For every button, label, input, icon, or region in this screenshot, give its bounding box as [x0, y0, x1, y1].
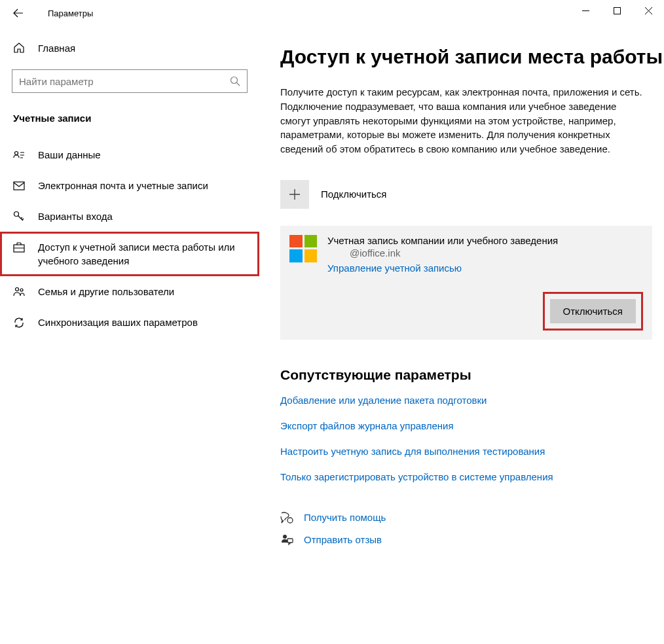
nav-label: Варианты входа [38, 209, 113, 223]
disconnect-highlight: Отключиться [543, 292, 643, 331]
key-icon [13, 211, 26, 223]
related-header: Сопутствующие параметры [280, 367, 664, 383]
connect-row[interactable]: Подключиться [280, 180, 664, 209]
nav-label: Ваши данные [38, 148, 101, 162]
page-description: Получите доступ к таким ресурсам, как эл… [280, 85, 647, 156]
nav-label: Электронная почта и учетные записи [38, 179, 208, 192]
nav-email-accounts[interactable]: Электронная почта и учетные записи [0, 170, 259, 201]
help-icon [280, 511, 295, 524]
svg-point-7 [20, 289, 23, 291]
svg-point-9 [283, 535, 287, 539]
feedback-label: Отправить отзыв [304, 534, 382, 545]
nav-work-access[interactable]: Доступ к учетной записи места работы или… [0, 232, 259, 276]
search-box[interactable] [12, 69, 248, 93]
add-button[interactable] [280, 180, 309, 209]
mail-icon [13, 180, 26, 192]
link-test-account[interactable]: Настроить учетную запись для выполнения … [280, 446, 664, 457]
link-enroll-device[interactable]: Только зарегистрировать устройство в сис… [280, 471, 664, 482]
nav-signin-options[interactable]: Варианты входа [0, 201, 259, 232]
plus-icon [289, 188, 301, 200]
account-card[interactable]: Учетная запись компании или учебного зав… [280, 226, 652, 340]
svg-rect-3 [14, 182, 24, 190]
search-input[interactable] [19, 76, 230, 87]
manage-account-link[interactable]: Управление учетной записью [327, 262, 558, 274]
nav-sync[interactable]: Синхронизация ваших параметров [0, 307, 259, 338]
maximize-icon [614, 7, 621, 14]
microsoft-logo-icon [289, 235, 317, 262]
window-controls [570, 0, 664, 21]
home-label: Главная [38, 43, 75, 54]
svg-point-6 [16, 288, 19, 291]
svg-rect-0 [614, 7, 620, 14]
person-card-icon [13, 149, 26, 161]
close-button[interactable] [633, 0, 664, 21]
nav-family[interactable]: Семья и другие пользователи [0, 276, 259, 307]
section-header: Учетные записи [0, 105, 259, 139]
nav-label: Доступ к учетной записи места работы или… [38, 240, 246, 268]
arrow-left-icon [13, 8, 24, 18]
connect-label: Подключиться [321, 188, 386, 200]
minimize-button[interactable] [570, 0, 601, 21]
close-icon [645, 7, 652, 14]
home-nav[interactable]: Главная [0, 33, 259, 63]
sync-icon [13, 317, 26, 329]
people-icon [13, 286, 26, 298]
svg-point-8 [287, 518, 293, 523]
svg-point-1 [231, 77, 238, 84]
help-label: Получить помощь [304, 512, 386, 523]
feedback-icon [280, 533, 295, 546]
get-help-link[interactable]: Получить помощь [280, 511, 664, 524]
svg-rect-10 [287, 539, 293, 543]
link-provisioning[interactable]: Добавление или удаление пакета подготовк… [280, 395, 664, 406]
back-button[interactable] [5, 0, 31, 26]
disconnect-button[interactable]: Отключиться [550, 299, 636, 323]
titlebar: Параметры [0, 0, 664, 26]
nav-label: Семья и другие пользователи [38, 285, 174, 298]
sidebar: Главная Учетные записи Ваши данные Элект… [0, 26, 259, 644]
nav-your-info[interactable]: Ваши данные [0, 139, 259, 170]
home-icon [13, 42, 26, 54]
feedback-link[interactable]: Отправить отзыв [280, 533, 664, 546]
svg-point-4 [14, 212, 19, 217]
account-email: @ioffice.ink [350, 247, 558, 259]
maximize-button[interactable] [601, 0, 633, 21]
svg-point-2 [15, 152, 18, 155]
search-icon [230, 76, 240, 86]
account-title: Учетная запись компании или учебного зав… [327, 235, 558, 246]
window-title: Параметры [48, 9, 93, 18]
page-title: Доступ к учетной записи места работы [280, 46, 664, 68]
nav-label: Синхронизация ваших параметров [38, 315, 198, 329]
link-export-logs[interactable]: Экспорт файлов журнала управления [280, 420, 664, 431]
main-content: Доступ к учетной записи места работы Пол… [259, 26, 664, 644]
briefcase-icon [13, 241, 26, 253]
minimize-icon [582, 7, 589, 14]
